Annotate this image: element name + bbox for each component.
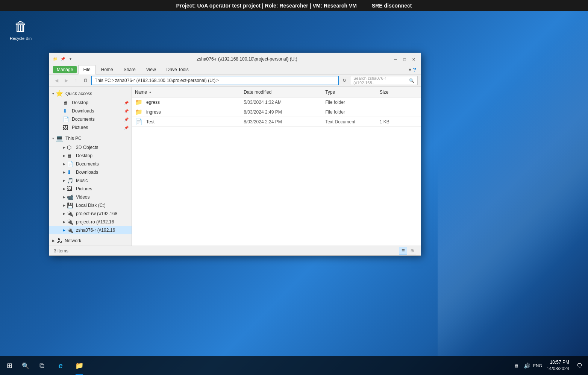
- notification-button[interactable]: 🗨: [574, 356, 585, 375]
- pictures2-icon: 🖼: [67, 186, 74, 192]
- sidebar-item-project-rw[interactable]: ▶ 🔌 project-rw (\\192.168: [49, 210, 132, 218]
- ribbon-tabs: Manage File Home Share View Drive Tools …: [49, 65, 421, 74]
- up-button[interactable]: ↑: [72, 76, 80, 85]
- maximize-button[interactable]: □: [400, 55, 409, 64]
- test-date: 8/03/2024 2:24 PM: [244, 119, 325, 124]
- sidebar-item-zsha076[interactable]: ▶ 🔌 zsha076-r (\\192.16: [49, 226, 132, 234]
- clock[interactable]: 10:57 PM 14/03/2024: [544, 359, 572, 372]
- file-explorer-window: 📁 📌 ▾ zsha076-r (\\192.168.100.10\projec…: [49, 53, 421, 256]
- project-rw-icon: 🔌: [67, 211, 74, 217]
- sidebar-quickaccess-header[interactable]: ▾ ⭐ Quick access: [49, 88, 132, 99]
- sidebar-item-pictures[interactable]: 🖼 Pictures 📌: [49, 123, 132, 132]
- window-title: zsha076-r (\\192.168.100.10\project-pers…: [76, 56, 418, 62]
- thispc-expand-icon: ▾: [52, 137, 54, 140]
- sidebar-item-documents[interactable]: 📄 Documents 📌: [49, 115, 132, 123]
- tab-home[interactable]: Home: [96, 65, 118, 74]
- project-ro-expand-icon: ▶: [63, 220, 65, 224]
- title-bar: 📁 📌 ▾ zsha076-r (\\192.168.100.10\projec…: [49, 53, 421, 65]
- desktop-icon: 🖥: [63, 100, 70, 106]
- table-row[interactable]: 📁 egress 5/03/2024 1:32 AM File folder: [132, 97, 421, 107]
- project-rw-expand-icon: ▶: [63, 212, 65, 216]
- col-header-size[interactable]: Size: [380, 90, 418, 95]
- refresh-button[interactable]: ↻: [340, 76, 349, 85]
- search-box[interactable]: Search zsha076-r (\\192.168... 🔍: [350, 76, 418, 85]
- col-header-name[interactable]: Name ▲: [135, 90, 244, 95]
- close-button[interactable]: ✕: [409, 55, 418, 64]
- path-thispc: This PC: [95, 78, 111, 83]
- status-bar: 3 items ☰ ⊞: [49, 246, 421, 255]
- ie-button[interactable]: e: [51, 356, 70, 375]
- downloads2-expand-icon: ▶: [63, 170, 65, 174]
- sre-disconnect-button[interactable]: SRE disconnect: [372, 3, 412, 9]
- path-network: zsha076-r (\\192.168.100.10\project-pers…: [115, 78, 215, 83]
- taskview-icon: ⧉: [39, 362, 44, 370]
- ribbon-expand-icon[interactable]: ▾: [409, 67, 411, 73]
- tab-manage[interactable]: Manage: [53, 66, 77, 73]
- sidebar-item-pictures2[interactable]: ▶ 🖼 Pictures: [49, 185, 132, 193]
- taskview-button[interactable]: ⧉: [32, 356, 51, 375]
- 3dobjects-expand-icon: ▶: [63, 146, 65, 149]
- recent-paths-button[interactable]: 🗒: [82, 76, 90, 85]
- sidebar-3dobjects-label: 3D Objects: [76, 145, 98, 150]
- 3dobjects-icon: ⬡: [67, 144, 74, 150]
- sidebar-item-project-ro[interactable]: ▶ 🔌 project-ro (\\192.16: [49, 218, 132, 226]
- minimize-button[interactable]: ─: [391, 55, 400, 64]
- col-header-type[interactable]: Type: [325, 90, 380, 95]
- sidebar-item-desktop2[interactable]: ▶ 🖥 Desktop: [49, 152, 132, 160]
- sidebar-network-label: Network: [65, 238, 81, 243]
- sidebar-network-header[interactable]: ▶ 🖧 Network: [49, 236, 132, 246]
- sidebar-item-downloads2[interactable]: ▶ ⬇ Downloads: [49, 168, 132, 176]
- details-view-button[interactable]: ☰: [399, 247, 407, 255]
- volume-tray-icon[interactable]: 🔊: [523, 356, 532, 375]
- sidebar-item-desktop[interactable]: 🖥 Desktop 📌: [49, 99, 132, 107]
- sidebar-item-documents2[interactable]: ▶ 📄 Documents: [49, 160, 132, 168]
- sidebar-item-music[interactable]: ▶ 🎵 Music: [49, 176, 132, 185]
- sidebar-thispc-header[interactable]: ▾ 💻 This PC: [49, 133, 132, 143]
- start-button[interactable]: ⊞: [0, 356, 19, 375]
- sidebar-project-ro-label: project-ro (\\192.16: [76, 219, 114, 225]
- file-item-egress: 📁 egress: [135, 99, 244, 106]
- documents-pin-icon: 📌: [124, 117, 129, 121]
- videos-icon: 📹: [67, 194, 74, 200]
- window-controls: ─ □ ✕: [391, 55, 418, 64]
- sidebar-localdisk-label: Local Disk (C:): [76, 203, 106, 208]
- language-tray[interactable]: ENG: [533, 356, 542, 375]
- sidebar-item-3dobjects[interactable]: ▶ ⬡ 3D Objects: [49, 143, 132, 152]
- tab-share[interactable]: Share: [119, 65, 141, 74]
- recycle-bin[interactable]: 🗑 Recycle Bin: [8, 19, 34, 41]
- sidebar-section-quickaccess: ▾ ⭐ Quick access 🖥 Desktop 📌 ⬇ Downloads…: [49, 88, 132, 132]
- music-expand-icon: ▶: [63, 179, 65, 182]
- thispc-icon: 💻: [56, 135, 63, 142]
- col-header-date[interactable]: Date modified: [244, 90, 325, 95]
- ribbon-help-icon[interactable]: ?: [413, 67, 416, 73]
- sidebar-downloads2-label: Downloads: [76, 170, 98, 175]
- forward-button[interactable]: ▶: [62, 76, 70, 85]
- back-button[interactable]: ◀: [52, 76, 61, 85]
- taskbar-right: 🖥 🔊 ENG 10:57 PM 14/03/2024 🗨: [512, 356, 588, 375]
- taskbar-search-button[interactable]: 🔍: [19, 356, 32, 375]
- file-explorer-button[interactable]: 📁: [70, 356, 89, 375]
- table-row[interactable]: 📁 ingress 8/03/2024 2:49 PM File folder: [132, 107, 421, 117]
- sidebar-music-label: Music: [76, 178, 88, 183]
- network-expand-icon: ▶: [52, 239, 55, 243]
- sidebar-item-videos[interactable]: ▶ 📹 Videos: [49, 193, 132, 201]
- tab-file[interactable]: File: [78, 65, 95, 74]
- sidebar-thispc-label: This PC: [65, 136, 82, 141]
- desktop-pin-icon: 📌: [124, 101, 129, 105]
- network-tray-icon[interactable]: 🖥: [512, 356, 521, 375]
- sidebar-item-downloads[interactable]: ⬇ Downloads 📌: [49, 107, 132, 115]
- title-bar-down[interactable]: ▾: [67, 56, 73, 62]
- zsha076-icon: 🔌: [67, 227, 74, 233]
- table-row[interactable]: 📄 Test 8/03/2024 2:24 PM Text Document 1…: [132, 117, 421, 127]
- address-path[interactable]: This PC > zsha076-r (\\192.168.100.10\pr…: [91, 76, 339, 85]
- item-count: 3 items: [54, 248, 68, 254]
- tab-drive-tools[interactable]: Drive Tools: [162, 65, 194, 74]
- sidebar-item-localdisk[interactable]: ▶ 💾 Local Disk (C:): [49, 201, 132, 210]
- project-ro-icon: 🔌: [67, 219, 74, 225]
- tab-view[interactable]: View: [141, 65, 161, 74]
- large-icons-view-button[interactable]: ⊞: [408, 247, 416, 255]
- sidebar-desktop2-label: Desktop: [76, 153, 92, 158]
- start-icon: ⊞: [7, 361, 12, 370]
- title-bar-pin[interactable]: 📌: [60, 56, 66, 62]
- search-icon[interactable]: 🔍: [409, 78, 414, 83]
